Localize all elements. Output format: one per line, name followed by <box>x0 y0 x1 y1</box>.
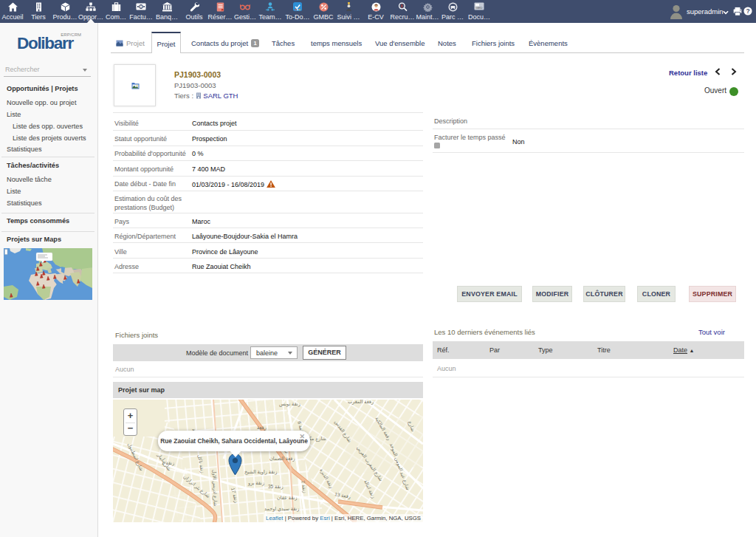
svg-text:زنقة سيدي اوحمد: زنقة سيدي اوحمد <box>264 506 299 512</box>
svg-text:زنقة نوبس: زنقة نوبس <box>279 401 300 407</box>
svg-text:رقعة الضمان: رقعة الضمان <box>269 456 295 462</box>
svg-text:زنقة عقان: زنقة عقان <box>277 495 297 501</box>
svg-text:رقعة المغرب: رقعة المغرب <box>348 400 374 405</box>
svg-text:GED: GED <box>475 6 482 10</box>
svg-text:زنقة برو: زنقة برو <box>247 480 264 486</box>
svg-text:زنقة 35: زنقة 35 <box>268 484 284 490</box>
svg-text:?: ? <box>746 7 749 15</box>
svg-text:زنقة زاوية الشيخ: زنقة زاوية الشيخ <box>244 469 277 475</box>
svg-text:رقعة: رقعة <box>257 425 267 431</box>
svg-text:زنقة 1: زنقة 1 <box>162 460 174 466</box>
svg-text:0: 0 <box>140 4 142 9</box>
